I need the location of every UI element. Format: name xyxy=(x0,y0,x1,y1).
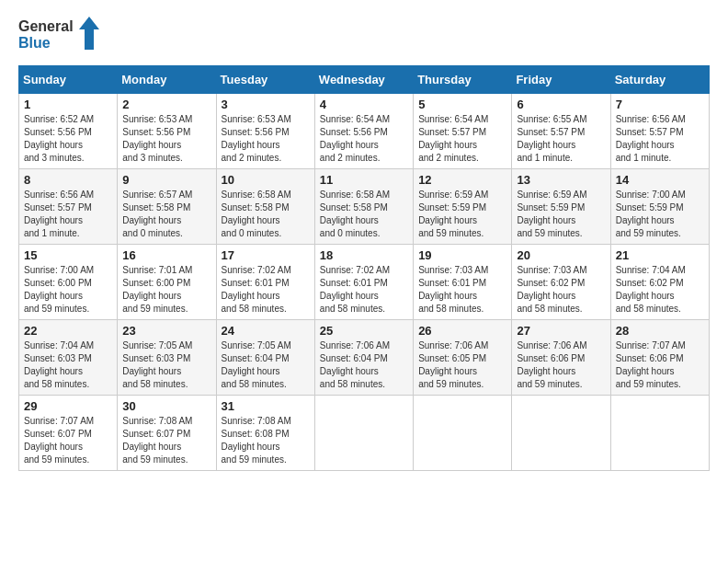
day-cell: 11Sunrise: 6:58 AMSunset: 5:58 PMDayligh… xyxy=(314,169,413,245)
week-row-2: 8Sunrise: 6:56 AMSunset: 5:57 PMDaylight… xyxy=(19,169,710,245)
day-header-tuesday: Tuesday xyxy=(216,66,314,94)
day-detail: Sunrise: 6:53 AMSunset: 5:56 PMDaylight … xyxy=(122,114,192,163)
day-cell: 24Sunrise: 7:05 AMSunset: 6:04 PMDayligh… xyxy=(216,320,314,396)
day-number: 25 xyxy=(320,324,408,338)
day-number: 30 xyxy=(122,399,210,413)
day-detail: Sunrise: 6:55 AMSunset: 5:57 PMDaylight … xyxy=(517,114,586,163)
week-row-3: 15Sunrise: 7:00 AMSunset: 6:00 PMDayligh… xyxy=(19,245,710,320)
week-row-1: 1Sunrise: 6:52 AMSunset: 5:56 PMDaylight… xyxy=(19,94,710,169)
day-header-saturday: Saturday xyxy=(610,66,709,94)
day-number: 1 xyxy=(24,98,112,111)
day-cell: 22Sunrise: 7:04 AMSunset: 6:03 PMDayligh… xyxy=(19,320,118,396)
logo-text-general: General xyxy=(18,18,74,35)
day-detail: Sunrise: 7:06 AMSunset: 6:05 PMDaylight … xyxy=(418,340,488,389)
day-cell: 8Sunrise: 6:56 AMSunset: 5:57 PMDaylight… xyxy=(19,169,118,245)
calendar-table: SundayMondayTuesdayWednesdayThursdayFrid… xyxy=(18,65,710,471)
day-cell: 15Sunrise: 7:00 AMSunset: 6:00 PMDayligh… xyxy=(19,245,118,320)
day-cell xyxy=(610,396,709,471)
day-cell xyxy=(512,396,610,471)
day-number: 6 xyxy=(517,98,605,111)
day-cell: 4Sunrise: 6:54 AMSunset: 5:56 PMDaylight… xyxy=(314,94,413,169)
day-detail: Sunrise: 7:04 AMSunset: 6:02 PMDaylight … xyxy=(616,265,686,314)
day-detail: Sunrise: 7:05 AMSunset: 6:04 PMDaylight … xyxy=(222,340,291,389)
day-cell: 23Sunrise: 7:05 AMSunset: 6:03 PMDayligh… xyxy=(118,320,216,396)
day-detail: Sunrise: 7:05 AMSunset: 6:03 PMDaylight … xyxy=(122,340,192,389)
day-cell: 18Sunrise: 7:02 AMSunset: 6:01 PMDayligh… xyxy=(314,245,413,320)
day-cell: 2Sunrise: 6:53 AMSunset: 5:56 PMDaylight… xyxy=(118,94,216,169)
day-cell: 20Sunrise: 7:03 AMSunset: 6:02 PMDayligh… xyxy=(512,245,610,320)
day-detail: Sunrise: 6:54 AMSunset: 5:56 PMDaylight … xyxy=(320,114,390,163)
day-detail: Sunrise: 6:58 AMSunset: 5:58 PMDaylight … xyxy=(320,190,390,238)
day-detail: Sunrise: 7:00 AMSunset: 5:59 PMDaylight … xyxy=(616,190,686,238)
day-cell: 1Sunrise: 6:52 AMSunset: 5:56 PMDaylight… xyxy=(19,94,118,169)
day-number: 12 xyxy=(418,173,506,187)
day-detail: Sunrise: 7:03 AMSunset: 6:02 PMDaylight … xyxy=(517,265,586,314)
day-cell: 3Sunrise: 6:53 AMSunset: 5:56 PMDaylight… xyxy=(216,94,314,169)
day-detail: Sunrise: 7:07 AMSunset: 6:07 PMDaylight … xyxy=(24,416,94,465)
day-detail: Sunrise: 7:06 AMSunset: 6:04 PMDaylight … xyxy=(320,340,390,389)
day-number: 11 xyxy=(320,173,408,187)
day-cell: 10Sunrise: 6:58 AMSunset: 5:58 PMDayligh… xyxy=(216,169,314,245)
day-cell: 28Sunrise: 7:07 AMSunset: 6:06 PMDayligh… xyxy=(610,320,709,396)
day-number: 20 xyxy=(517,248,605,262)
day-number: 13 xyxy=(517,173,605,187)
day-header-sunday: Sunday xyxy=(19,66,118,94)
day-number: 28 xyxy=(616,324,704,338)
day-detail: Sunrise: 7:03 AMSunset: 6:01 PMDaylight … xyxy=(418,265,488,314)
day-number: 10 xyxy=(222,173,310,187)
day-header-row: SundayMondayTuesdayWednesdayThursdayFrid… xyxy=(19,66,710,94)
day-detail: Sunrise: 6:56 AMSunset: 5:57 PMDaylight … xyxy=(616,114,686,163)
day-number: 2 xyxy=(122,98,210,111)
day-cell: 21Sunrise: 7:04 AMSunset: 6:02 PMDayligh… xyxy=(610,245,709,320)
day-header-friday: Friday xyxy=(512,66,610,94)
day-cell: 6Sunrise: 6:55 AMSunset: 5:57 PMDaylight… xyxy=(512,94,610,169)
day-header-thursday: Thursday xyxy=(414,66,512,94)
logo: General Blue xyxy=(18,18,99,51)
day-detail: Sunrise: 7:04 AMSunset: 6:03 PMDaylight … xyxy=(24,340,94,389)
logo-text-blue: Blue xyxy=(18,35,74,52)
day-cell: 12Sunrise: 6:59 AMSunset: 5:59 PMDayligh… xyxy=(414,169,512,245)
day-number: 9 xyxy=(122,173,210,187)
day-detail: Sunrise: 6:58 AMSunset: 5:58 PMDaylight … xyxy=(222,190,291,238)
day-number: 15 xyxy=(24,248,112,262)
day-number: 24 xyxy=(222,324,310,338)
day-cell: 31Sunrise: 7:08 AMSunset: 6:08 PMDayligh… xyxy=(216,396,314,471)
day-number: 23 xyxy=(122,324,210,338)
day-cell: 14Sunrise: 7:00 AMSunset: 5:59 PMDayligh… xyxy=(610,169,709,245)
day-number: 18 xyxy=(320,248,408,262)
day-number: 26 xyxy=(418,324,506,338)
day-cell: 26Sunrise: 7:06 AMSunset: 6:05 PMDayligh… xyxy=(414,320,512,396)
day-number: 29 xyxy=(24,399,112,413)
day-cell: 16Sunrise: 7:01 AMSunset: 6:00 PMDayligh… xyxy=(118,245,216,320)
page-header: General Blue xyxy=(18,18,710,51)
day-number: 21 xyxy=(616,248,704,262)
day-number: 22 xyxy=(24,324,112,338)
day-detail: Sunrise: 7:08 AMSunset: 6:07 PMDaylight … xyxy=(122,416,192,465)
day-number: 31 xyxy=(222,399,310,413)
day-number: 17 xyxy=(222,248,310,262)
day-cell xyxy=(314,396,413,471)
day-detail: Sunrise: 7:02 AMSunset: 6:01 PMDaylight … xyxy=(320,265,390,314)
day-number: 14 xyxy=(616,173,704,187)
day-detail: Sunrise: 7:00 AMSunset: 6:00 PMDaylight … xyxy=(24,265,94,314)
day-detail: Sunrise: 6:59 AMSunset: 5:59 PMDaylight … xyxy=(418,190,488,238)
day-number: 7 xyxy=(616,98,704,111)
svg-marker-0 xyxy=(79,17,99,50)
day-header-wednesday: Wednesday xyxy=(314,66,413,94)
day-detail: Sunrise: 6:54 AMSunset: 5:57 PMDaylight … xyxy=(418,114,488,163)
logo-graphic: General Blue xyxy=(18,18,74,51)
day-number: 19 xyxy=(418,248,506,262)
day-cell: 5Sunrise: 6:54 AMSunset: 5:57 PMDaylight… xyxy=(414,94,512,169)
day-cell: 29Sunrise: 7:07 AMSunset: 6:07 PMDayligh… xyxy=(19,396,118,471)
day-cell: 27Sunrise: 7:06 AMSunset: 6:06 PMDayligh… xyxy=(512,320,610,396)
logo-triangle-icon xyxy=(79,17,99,50)
day-number: 27 xyxy=(517,324,605,338)
day-cell: 25Sunrise: 7:06 AMSunset: 6:04 PMDayligh… xyxy=(314,320,413,396)
day-number: 3 xyxy=(222,98,310,111)
day-cell xyxy=(414,396,512,471)
day-detail: Sunrise: 6:56 AMSunset: 5:57 PMDaylight … xyxy=(24,190,94,238)
week-row-5: 29Sunrise: 7:07 AMSunset: 6:07 PMDayligh… xyxy=(19,396,710,471)
day-detail: Sunrise: 7:06 AMSunset: 6:06 PMDaylight … xyxy=(517,340,586,389)
day-number: 8 xyxy=(24,173,112,187)
day-cell: 19Sunrise: 7:03 AMSunset: 6:01 PMDayligh… xyxy=(414,245,512,320)
